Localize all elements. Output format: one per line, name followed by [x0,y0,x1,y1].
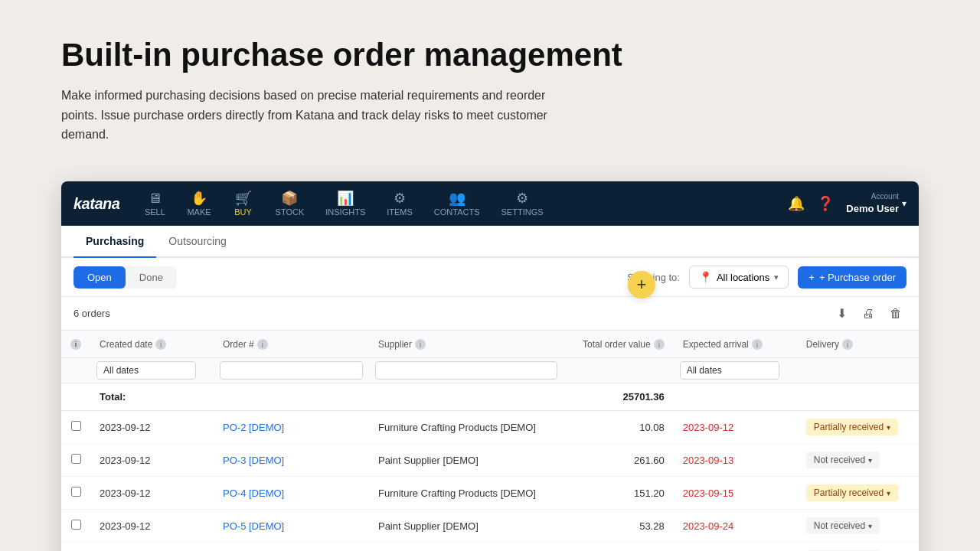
orders-count: 6 orders [74,308,110,319]
row-created-date-3: 2023-09-12 [90,510,214,543]
col-supplier: Supplier i [369,331,564,358]
delivery-badge-1[interactable]: Not received ▾ [806,452,880,468]
row-order-num-1: PO-3 [DEMO] [214,444,369,477]
delivery-badge-3[interactable]: Not received ▾ [806,517,880,534]
row-checkbox-3[interactable] [71,520,81,530]
delivery-badge-2[interactable]: Partially received ▾ [806,484,898,501]
row-expected-arrival-2: 2023-09-15 [674,477,797,510]
filter-created-date-input[interactable] [96,361,196,380]
row-created-date-1: 2023-09-12 [90,444,214,477]
row-order-num-2: PO-4 [DEMO] [214,477,369,510]
table-body: Total: 25701.36 2023-09-12 PO-2 [DEMO] F… [61,383,919,551]
delete-button[interactable]: 🗑 [885,303,906,324]
content-area: Purchasing Outsourcing + Open Done Shipp… [61,226,919,551]
settings-icon: ⚙ [516,191,528,205]
nav-stock[interactable]: 📦 STOCK [266,185,314,223]
orders-table: i Created date i Order # i [61,331,919,551]
filter-total-value-cell [564,358,674,383]
row-checkbox-0[interactable] [71,421,81,431]
row-created-date-4: 2023-09-12 [90,543,214,551]
nav-contacts[interactable]: 👥 CONTACTS [425,185,489,223]
row-checkbox-cell-1 [61,444,90,477]
nav-insights[interactable]: 📊 INSIGHTS [316,185,374,223]
row-expected-arrival-0: 2023-09-12 [674,411,797,444]
row-expected-arrival-4: 2023-09-12 [674,543,797,551]
items-icon: ⚙ [394,191,406,205]
delivery-info-icon[interactable]: i [842,339,853,350]
filter-expected-arrival-input[interactable] [680,361,779,380]
row-total-value-1: 261.60 [564,444,674,477]
row-order-num-0: PO-2 [DEMO] [214,411,369,444]
done-button[interactable]: Done [126,266,177,289]
order-link-0[interactable]: PO-2 [DEMO] [223,422,284,433]
expected-arrival-info-icon[interactable]: i [752,339,763,350]
contacts-icon: 👥 [449,191,466,205]
badge-chevron-icon-1: ▾ [868,456,872,465]
table-row: 2023-09-12 PO-5 [DEMO] Paint Supplier [D… [61,510,919,543]
row-supplier-3: Paint Supplier [DEMO] [369,510,564,543]
filter-expected-arrival-cell [674,358,797,383]
row-total-value-2: 151.20 [564,477,674,510]
info-icon[interactable]: i [70,339,81,350]
order-link-2[interactable]: PO-4 [DEMO] [223,487,284,499]
orders-table-wrap: i Created date i Order # i [61,331,919,551]
delivery-badge-0[interactable]: Partially received ▾ [806,419,898,435]
row-checkbox-cell-3 [61,510,90,543]
location-label: All locations [717,272,769,283]
nav-sell[interactable]: 🖥 SELL [135,185,175,223]
nav-items[interactable]: ⚙ ITEMS [377,185,422,223]
row-checkbox-1[interactable] [71,454,81,464]
order-num-info-icon[interactable]: i [257,339,268,350]
badge-chevron-icon-3: ▾ [868,522,872,530]
row-checkbox-2[interactable] [71,487,81,497]
nav-settings[interactable]: ⚙ SETTINGS [492,185,553,223]
location-icon: 📍 [699,271,712,283]
insights-icon: 📊 [337,191,354,205]
download-button[interactable]: ⬇ [832,303,851,324]
buy-icon: 🛒 [235,191,252,205]
row-supplier-1: Paint Supplier [DEMO] [369,444,564,477]
row-created-date-0: 2023-09-12 [90,411,214,444]
account-name: Demo User [846,202,899,216]
account-menu[interactable]: Account Demo User ▾ [846,191,906,216]
location-dropdown[interactable]: 📍 All locations ▾ [689,266,789,289]
total-value: 25701.36 [564,383,674,411]
table-row: 2023-09-12 PO-2 [DEMO] Furniture Craftin… [61,411,919,444]
make-icon: ✋ [191,191,207,205]
row-supplier-0: Furniture Crafting Products [DEMO] [369,411,564,444]
purchase-order-button[interactable]: + + Purchase order [798,266,906,289]
open-button[interactable]: Open [74,266,126,289]
nav-make[interactable]: ✋ MAKE [178,185,220,223]
account-label: Account [846,191,899,202]
col-select: i [61,331,90,358]
purchase-order-label: + Purchase order [819,272,896,283]
order-link-1[interactable]: PO-3 [DEMO] [223,455,284,466]
row-delivery-3: Not received ▾ [797,510,919,543]
print-button[interactable]: 🖨 [858,303,879,324]
total-value-info-icon[interactable]: i [654,339,665,350]
created-date-info-icon[interactable]: i [155,339,166,350]
row-checkbox-cell-0 [61,411,90,444]
filter-order-num-input[interactable] [220,361,363,380]
table-row: 2023-09-12 PO-7 [DEMO] Wood Supplier [DE… [61,543,919,551]
filter-supplier-input[interactable] [375,361,557,380]
location-chevron-icon: ▾ [774,272,779,282]
help-icon[interactable]: ❓ [817,195,834,212]
tab-purchasing[interactable]: Purchasing [74,226,156,258]
filter-created-date-cell [90,358,214,383]
navbar: katana 🖥 SELL ✋ MAKE 🛒 BUY 📦 STOCK 📊 INS… [61,181,919,226]
order-link-3[interactable]: PO-5 [DEMO] [223,520,284,532]
supplier-info-icon[interactable]: i [415,339,426,350]
shipping-label: Shipping to: [627,272,680,283]
tab-outsourcing[interactable]: Outsourcing [156,226,238,258]
row-delivery-0: Partially received ▾ [797,411,919,444]
logo[interactable]: katana [74,195,119,213]
row-order-num-4: PO-7 [DEMO] [214,543,369,551]
nav-buy[interactable]: 🛒 BUY [224,185,263,223]
account-chevron-icon: ▾ [902,197,906,210]
sell-icon: 🖥 [148,191,162,205]
bell-icon[interactable]: 🔔 [788,195,805,212]
row-supplier-2: Furniture Crafting Products [DEMO] [369,477,564,510]
col-created-date: Created date i [90,331,214,358]
col-expected-arrival: Expected arrival i [674,331,797,358]
